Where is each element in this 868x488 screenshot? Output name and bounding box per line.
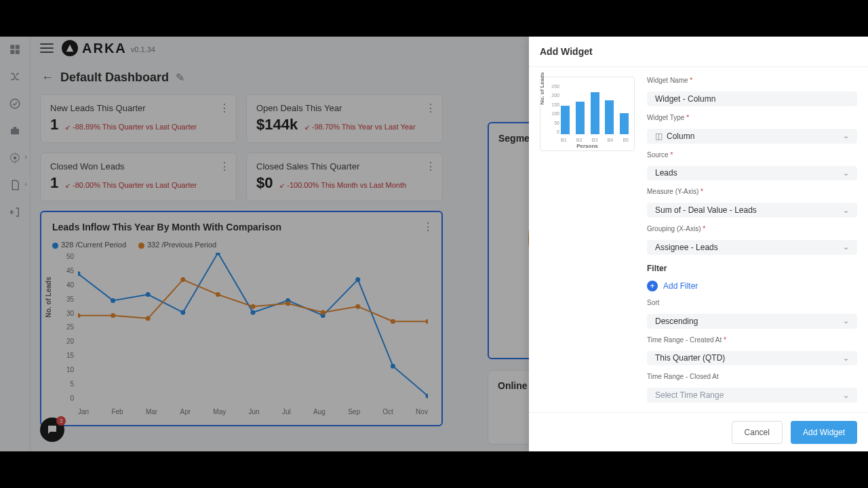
svg-rect-2	[10, 50, 14, 54]
svg-rect-0	[10, 45, 14, 49]
back-arrow-icon[interactable]: ←	[41, 70, 54, 85]
label-sort: Sort	[647, 299, 857, 306]
nav-settings-icon[interactable]	[9, 152, 21, 164]
card-value: 1	[50, 174, 58, 192]
brand-logo: ARKA v0.1.34	[62, 40, 155, 56]
svg-point-27	[391, 319, 395, 324]
card-delta: -88.89% This Quarter vs Last Quarter	[65, 123, 197, 131]
svg-point-4	[10, 99, 20, 108]
svg-point-16	[391, 364, 395, 369]
svg-point-19	[111, 313, 115, 318]
label-time-created: Time Range - Created At *	[647, 336, 857, 344]
card-title: Closed Won Leads	[50, 161, 226, 171]
svg-point-10	[180, 310, 185, 315]
brand-name: ARKA	[82, 41, 127, 56]
drawer-title: Add Widget	[529, 37, 868, 67]
cancel-button[interactable]: Cancel	[732, 421, 783, 444]
chart-title: Leads Inflow This Year By Month With Com…	[52, 222, 431, 232]
select-source[interactable]: Leads⌄	[647, 166, 857, 181]
nav-dashboard-icon[interactable]	[9, 43, 21, 56]
chart-plot	[78, 253, 428, 402]
svg-point-12	[251, 310, 256, 315]
select-sort[interactable]: Descending⌄	[647, 314, 857, 329]
logo-icon	[62, 40, 78, 56]
card-menu-icon[interactable]: ⋮	[425, 160, 435, 173]
svg-point-20	[146, 316, 151, 321]
plus-icon: +	[647, 281, 658, 291]
stat-card-new-leads: ⋮ New Leads This Quarter 1 -88.89% This …	[40, 94, 237, 143]
svg-point-23	[251, 304, 256, 309]
svg-point-8	[111, 298, 115, 303]
add-widget-drawer: Add Widget No. of Leads 250200150100500 …	[529, 37, 868, 451]
card-delta: -98.70% This Year vs Last Year	[304, 123, 415, 131]
add-widget-button[interactable]: Add Widget	[791, 421, 857, 444]
card-delta: -100.00% This Month vs Last Month	[279, 181, 406, 189]
app-version: v0.1.34	[131, 45, 155, 54]
nav-check-icon[interactable]	[9, 98, 21, 110]
filter-section-title: Filter	[647, 264, 857, 273]
card-title: Closed Sales This Quarter	[256, 161, 433, 171]
svg-rect-1	[16, 45, 20, 49]
select-time-closed[interactable]: Select Time Range⌄	[647, 388, 857, 403]
svg-point-9	[146, 292, 151, 297]
card-delta: -80.00% This Quarter vs Last Quarter	[65, 181, 197, 189]
svg-point-21	[180, 277, 185, 282]
select-measure[interactable]: Sum of - Deal Value - Leads⌄	[647, 203, 857, 218]
card-value: 1	[50, 116, 58, 134]
label-measure: Measure (Y-Axis) *	[647, 188, 857, 195]
legend-previous: 332 /Previous Period	[138, 241, 216, 249]
chat-badge: 3	[56, 416, 66, 426]
chart-ylabel: No. of Leads	[45, 277, 52, 317]
label-grouping: Grouping (X-Axis) *	[647, 225, 857, 232]
nav-briefcase-icon[interactable]	[9, 125, 21, 137]
select-time-created[interactable]: This Quarter (QTD)⌄	[647, 351, 857, 366]
nav-rail	[0, 37, 31, 451]
add-filter-button[interactable]: +Add Filter	[647, 281, 857, 291]
label-widget-name: Widget Name *	[647, 77, 857, 84]
svg-point-24	[285, 301, 290, 306]
select-widget-type[interactable]: ◫Column⌄	[647, 129, 857, 144]
svg-point-25	[321, 310, 326, 315]
stat-card-closed-sales: ⋮ Closed Sales This Quarter $0 -100.00% …	[246, 152, 443, 201]
widget-preview: No. of Leads 250200150100500 B1B2B3B4B5 …	[540, 77, 635, 151]
svg-point-22	[216, 292, 220, 297]
select-grouping[interactable]: Assignee - Leads⌄	[647, 240, 857, 255]
nav-shuffle-icon[interactable]	[9, 70, 21, 83]
card-menu-icon[interactable]: ⋮	[422, 220, 433, 233]
svg-point-26	[355, 304, 360, 309]
card-value: $0	[256, 174, 273, 192]
svg-point-6	[14, 157, 17, 160]
chart-xticks: JanFebMarAprMayJunJulAugSepOctNov	[78, 408, 428, 415]
chart-yticks: 50454035302520151050	[59, 253, 74, 402]
legend-current: 328 /Current Period	[52, 241, 126, 249]
chat-widget[interactable]: 3	[40, 418, 64, 442]
label-source: Source *	[647, 151, 857, 159]
card-menu-icon[interactable]: ⋮	[219, 102, 229, 115]
label-widget-type: Widget Type *	[647, 114, 857, 121]
nav-logout-icon[interactable]	[9, 206, 21, 218]
menu-button[interactable]	[40, 43, 54, 53]
stat-card-closed-won: ⋮ Closed Won Leads 1 -80.00% This Quarte…	[40, 152, 237, 201]
card-title: Open Deals This Year	[256, 103, 433, 113]
chart-card-leads-inflow: ⋮ Leads Inflow This Year By Month With C…	[40, 211, 443, 426]
stat-card-open-deals: ⋮ Open Deals This Year $144k -98.70% Thi…	[246, 94, 443, 143]
edit-title-icon[interactable]: ✎	[176, 71, 184, 84]
card-menu-icon[interactable]: ⋮	[425, 102, 435, 115]
input-widget-name[interactable]: Widget - Column	[647, 92, 857, 106]
svg-rect-3	[16, 50, 20, 54]
card-value: $144k	[256, 116, 298, 134]
card-title: New Leads This Quarter	[50, 103, 226, 113]
label-time-closed: Time Range - Closed At	[647, 373, 857, 380]
page-title: Default Dashboard	[60, 70, 169, 85]
card-menu-icon[interactable]: ⋮	[219, 160, 229, 173]
nav-document-icon[interactable]	[9, 179, 21, 191]
svg-point-15	[355, 277, 360, 282]
svg-point-28	[426, 319, 428, 324]
svg-rect-5	[11, 129, 19, 134]
svg-point-18	[78, 313, 80, 318]
